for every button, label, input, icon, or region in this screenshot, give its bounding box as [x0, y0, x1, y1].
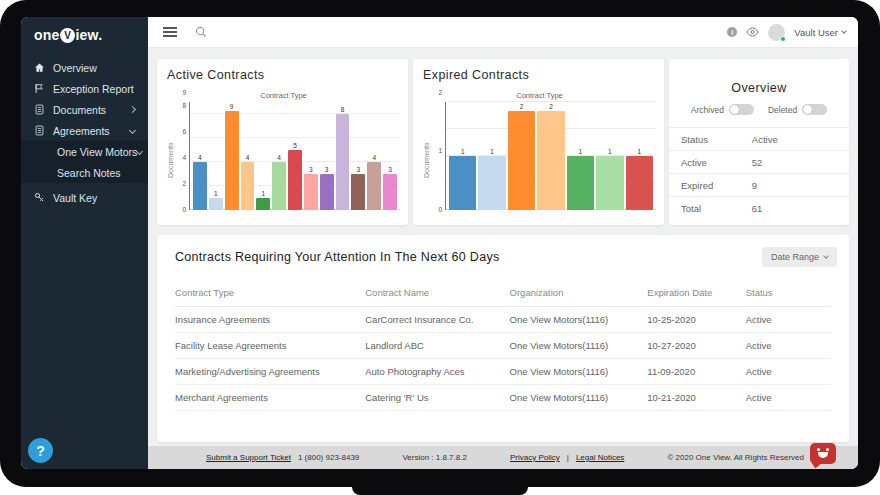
bar-segment — [209, 198, 223, 210]
bar-segment — [367, 162, 381, 210]
support-phone: 1 (800) 923-8439 — [298, 453, 359, 462]
bar-segment — [351, 174, 365, 210]
table-row[interactable]: Insurance Agreements CarCorrect Insuranc… — [175, 307, 831, 333]
privacy-policy-link[interactable]: Privacy Policy — [510, 453, 560, 462]
y-axis-label: Documents — [167, 102, 176, 219]
chat-icon-eye — [817, 448, 820, 451]
bar-segment — [596, 156, 623, 210]
table-row[interactable]: Marketing/Advertising Agreements Auto Ph… — [175, 359, 831, 385]
chevron-down-icon — [129, 127, 136, 134]
footer: Submit a Support Ticket 1 (800) 923-8439… — [148, 446, 858, 469]
bar-chart: Documents 024689 4194145338343 — [167, 102, 400, 219]
bar-value-label: 1 — [608, 147, 612, 156]
bar-segment — [320, 174, 334, 210]
active-contracts-card: Active Contracts Contract Type Documents… — [157, 59, 408, 225]
bar-column: 8 — [336, 102, 350, 210]
overview-card: Overview Archived Deleted — [669, 59, 849, 225]
attention-table: Contract Type Contract Name Organization… — [175, 283, 831, 411]
sidebar-item-search-notes[interactable]: Search Notes — [21, 162, 148, 183]
date-range-button[interactable]: Date Range — [762, 247, 837, 267]
chat-feedback-button[interactable] — [810, 443, 836, 464]
bar-column: 1 — [449, 102, 476, 210]
bar-column: 4 — [193, 102, 207, 210]
support-ticket-link[interactable]: Submit a Support Ticket — [206, 453, 291, 462]
bar-value-label: 1 — [637, 147, 641, 156]
online-status-dot — [780, 36, 786, 42]
plot-area: 1122111 — [445, 102, 656, 210]
bar-column: 4 — [241, 102, 255, 210]
oneview-logo: one V iew. — [21, 17, 148, 51]
sidebar-item-agreements[interactable]: Agreements — [21, 120, 148, 141]
bar-value-label: 1 — [214, 189, 218, 198]
y-tick-label: 0 — [182, 207, 186, 214]
flag-icon — [34, 83, 45, 94]
bar-value-label: 4 — [277, 153, 281, 162]
y-tick-label: 0 — [438, 207, 442, 214]
bar-value-label: 9 — [230, 102, 234, 111]
sidebar-item-exception-report[interactable]: Exception Report — [21, 78, 148, 99]
bar-column: 1 — [209, 102, 223, 210]
chart-subtitle: Contract Type — [167, 91, 400, 100]
deleted-toggle-group: Deleted — [768, 104, 827, 115]
chevron-down-icon — [841, 28, 847, 34]
bar-segment — [193, 162, 207, 210]
table-row[interactable]: Facility Lease Agreements Landlord ABC O… — [175, 333, 831, 359]
eye-icon[interactable] — [746, 27, 759, 37]
chat-icon-mouth — [818, 452, 828, 458]
version-text: Version : 1.8.7.8.2 — [402, 453, 467, 462]
bar-value-label: 4 — [246, 153, 250, 162]
topbar: i Vault User — [148, 17, 858, 48]
bar-segment — [508, 111, 535, 210]
bar-column: 1 — [626, 102, 653, 210]
logo-text-pre: one — [34, 27, 60, 43]
key-icon — [34, 192, 45, 203]
bar-column: 3 — [304, 102, 318, 210]
user-menu[interactable]: Vault User — [794, 27, 846, 38]
deleted-toggle[interactable] — [802, 104, 827, 115]
archived-toggle[interactable] — [729, 104, 754, 115]
logo-v-circle: V — [60, 28, 75, 43]
document-icon — [34, 125, 45, 136]
expired-contracts-card: Expired Contracts Contract Type Document… — [413, 59, 664, 225]
y-axis-label: Documents — [423, 102, 432, 219]
legal-notices-link[interactable]: Legal Notices — [576, 453, 624, 462]
help-button[interactable]: ? — [28, 438, 53, 463]
sidebar-item-one-view-motors[interactable]: One View Motors — [21, 141, 148, 162]
bar-value-label: 4 — [198, 153, 202, 162]
chat-icon-eye — [826, 448, 829, 451]
attention-title: Contracts Requiring Your Attention In Th… — [175, 250, 499, 264]
table-row[interactable]: Merchant Agreements Catering 'R' Us One … — [175, 385, 831, 411]
bar-value-label: 3 — [388, 165, 392, 174]
chart-title: Expired Contracts — [423, 68, 656, 82]
bar-segment — [225, 111, 239, 210]
bar-segment — [272, 162, 286, 210]
bar-segment — [336, 114, 350, 210]
bar-segment — [304, 174, 318, 210]
menu-icon[interactable] — [163, 24, 177, 39]
bar-value-label: 3 — [309, 165, 313, 174]
bar-value-label: 4 — [372, 153, 376, 162]
overview-row-total: Total 61 — [669, 196, 849, 219]
sidebar-item-vault-key[interactable]: Vault Key — [21, 187, 148, 208]
y-axis: 012 — [432, 102, 445, 219]
bar-segment — [256, 198, 270, 210]
overview-row-expired: Expired 9 — [669, 173, 849, 196]
sidebar-nav: Overview Exception Report Documents Agre… — [21, 57, 148, 208]
y-tick-label: 9 — [182, 90, 186, 97]
sidebar-item-documents[interactable]: Documents — [21, 99, 148, 120]
bar-column: 3 — [320, 102, 334, 210]
info-icon[interactable]: i — [727, 27, 737, 37]
archived-toggle-group: Archived — [691, 104, 754, 115]
bar-segment — [626, 156, 653, 210]
overview-row-status: Status Active — [669, 127, 849, 150]
attention-card: Contracts Requiring Your Attention In Th… — [157, 235, 849, 442]
search-icon[interactable] — [195, 26, 207, 38]
avatar[interactable] — [768, 24, 785, 41]
bar-column: 1 — [478, 102, 505, 210]
bar-chart: Documents 012 1122111 — [423, 102, 656, 219]
bar-column: 2 — [508, 102, 535, 210]
sidebar: one V iew. Overview Exception Report Doc… — [21, 17, 148, 469]
bar-value-label: 3 — [325, 165, 329, 174]
bar-column: 1 — [256, 102, 270, 210]
sidebar-item-overview[interactable]: Overview — [21, 57, 148, 78]
